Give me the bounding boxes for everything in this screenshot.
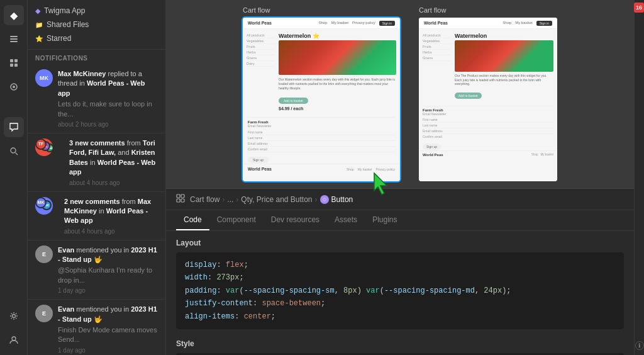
notification-item[interactable]: TF FL KB 3 new comments from Tori Ford, … bbox=[28, 133, 165, 192]
right-preview-form-item: Last name bbox=[423, 123, 553, 128]
layout-section: Layout display: flex; width: 273px; padd… bbox=[176, 239, 624, 329]
twigma-menu-item[interactable]: ◆ Twigma App bbox=[35, 4, 158, 18]
style-section-title: Style bbox=[176, 339, 624, 348]
figma-icon[interactable]: ◆ bbox=[4, 5, 24, 25]
svg-line-10 bbox=[15, 153, 18, 155]
right-preview-form-item: Email address bbox=[423, 128, 553, 134]
right-preview-sidebar-item: Herbs bbox=[423, 50, 451, 55]
right-preview-newsletter-subtitle: Email Newsletter bbox=[423, 112, 553, 116]
right-preview-nav: World Peas Shop My basket Sign in bbox=[419, 18, 557, 29]
preview-form: First name Last name Email address Confi… bbox=[248, 130, 395, 152]
notif-time: 1 day ago bbox=[58, 287, 158, 294]
svg-point-8 bbox=[13, 86, 15, 88]
tab-assets[interactable]: Assets bbox=[327, 210, 365, 230]
preview-newsletter-section: Farm Fresh Email Newsletter First name L… bbox=[243, 117, 400, 164]
layout-section-title: Layout bbox=[176, 239, 624, 247]
notif-content: Evan mentioned you in 2023 H1 - Stand up… bbox=[58, 305, 158, 354]
preview-footer-links: Shop My basket Privacy policy bbox=[347, 167, 395, 171]
info-icon-button[interactable]: ℹ bbox=[635, 341, 644, 350]
right-preview-newsletter-section: Farm Fresh Email Newsletter First name L… bbox=[419, 106, 557, 150]
layers-icon[interactable] bbox=[4, 29, 24, 49]
preview-sidebar-item: All products bbox=[247, 33, 275, 38]
breadcrumb-cart-flow[interactable]: Cart flow bbox=[190, 195, 219, 204]
right-preview-nav-btn: Sign in bbox=[536, 21, 552, 26]
right-preview-signup-btn: Sign up bbox=[423, 144, 441, 150]
preview-footer-link: Privacy policy bbox=[375, 167, 395, 171]
avatar: E bbox=[35, 305, 53, 322]
avatar: TF FL KB bbox=[35, 138, 53, 156]
notification-item[interactable]: MK Max McKinney replied to a thread in W… bbox=[28, 64, 165, 133]
preview-sidebar-item: Fruits bbox=[247, 44, 275, 50]
component-icon[interactable] bbox=[4, 53, 24, 73]
right-preview-main: Watermelon Our The Product section makes… bbox=[455, 33, 553, 99]
preview-product-title: Watermelon ⭐ bbox=[279, 33, 396, 39]
preview-add-btn: Add to basket bbox=[279, 98, 308, 104]
svg-point-11 bbox=[12, 315, 15, 318]
notifications-panel: ◆ Twigma App 📁 Shared Files ⭐ Starred NO… bbox=[28, 0, 166, 355]
breadcrumb-qty-price[interactable]: Qty, Price and Button bbox=[241, 195, 312, 204]
notif-text: 3 new comments from Tori Ford, Fifi Law,… bbox=[69, 138, 158, 178]
svg-rect-4 bbox=[14, 59, 18, 62]
left-preview-content: World Peas Shop My basket Privacy policy… bbox=[243, 18, 400, 181]
notification-item[interactable]: MK MK 2 new comments from Max McKinney i… bbox=[28, 192, 165, 240]
user-icon[interactable] bbox=[4, 330, 24, 350]
svg-rect-5 bbox=[10, 64, 13, 67]
twigma-icon: ◆ bbox=[35, 7, 40, 15]
right-preview-frame[interactable]: World Peas Shop My basket Sign in All pr… bbox=[419, 18, 557, 181]
layout-code-block: display: flex; width: 273px; padding: va… bbox=[176, 252, 624, 329]
notification-item[interactable]: E Evan mentioned you in 2023 H1 - Stand … bbox=[28, 300, 165, 355]
preview-nav-logo: World Peas bbox=[248, 21, 272, 25]
notif-content: Max McKinney replied to a thread in Worl… bbox=[58, 69, 158, 128]
right-cart-preview: Cart flow World Peas Shop My basket Sign… bbox=[419, 6, 557, 181]
right-preview-footer-link: Shop bbox=[531, 153, 538, 156]
shared-files-icon: 📁 bbox=[35, 21, 43, 28]
tab-dev-resources[interactable]: Dev resources bbox=[264, 210, 327, 230]
breadcrumb-current-label: Button bbox=[331, 195, 353, 204]
code-line-justify: justify-content: space-between; bbox=[185, 297, 615, 310]
preview-newsletter: Farm Fresh Email Newsletter First name L… bbox=[248, 117, 395, 164]
notif-preview: Finish Dev Mode camera moves Send... bbox=[58, 325, 158, 345]
right-preview-nav-logo: World Peas bbox=[424, 21, 448, 25]
starred-menu-item[interactable]: ⭐ Starred bbox=[35, 31, 158, 45]
preview-form-item: First name bbox=[248, 130, 395, 135]
shared-files-menu-item[interactable]: 📁 Shared Files bbox=[35, 18, 158, 31]
preview-footer: World Peas Shop My basket Privacy policy bbox=[243, 164, 400, 174]
tab-code[interactable]: Code bbox=[176, 210, 209, 230]
plugin-icon[interactable] bbox=[4, 77, 24, 97]
right-preview-sidebar-item: All products bbox=[423, 33, 451, 38]
preview-footer-link: Shop bbox=[347, 167, 354, 171]
settings-icon[interactable] bbox=[4, 306, 24, 326]
right-preview-sidebar: All products Vegetables Fruits Herbs Gra… bbox=[423, 33, 451, 99]
preview-main: Watermelon ⭐ Our Watermelon section make… bbox=[279, 33, 396, 111]
breadcrumb-ellipsis[interactable]: ... bbox=[227, 195, 233, 204]
code-line-display: display: flex; bbox=[185, 259, 615, 271]
dev-panel: Cart flow › ... › Qty, Price and Button … bbox=[166, 188, 634, 355]
preview-form-item: Confirm email bbox=[248, 147, 395, 152]
chat-icon[interactable] bbox=[4, 117, 24, 137]
preview-signup-btn: Sign up bbox=[248, 157, 269, 163]
notification-item[interactable]: E Evan mentioned you in 2023 H1 - Stand … bbox=[28, 240, 165, 300]
starred-label: Starred bbox=[47, 34, 71, 43]
preview-nav-items: Shop My basket Privacy policy Sign in bbox=[319, 21, 395, 26]
right-preview-footer: World Peas Shop My basket bbox=[419, 150, 557, 159]
notif-text: Evan mentioned you in 2023 H1 - Stand up… bbox=[58, 245, 158, 265]
dev-content: Layout display: flex; width: 273px; padd… bbox=[166, 231, 634, 355]
notif-text: Evan mentioned you in 2023 H1 - Stand up… bbox=[58, 305, 158, 324]
code-line-width: width: 273px; bbox=[185, 271, 615, 284]
tab-plugins[interactable]: Plugins bbox=[365, 210, 404, 230]
preview-sidebar-item: Grains bbox=[247, 55, 275, 61]
right-preview-add-btn: Add to basket bbox=[455, 93, 482, 99]
search-icon[interactable] bbox=[4, 141, 24, 161]
code-line-padding: padding: var(--spacing-spacing-sm, 8px) … bbox=[185, 285, 615, 297]
right-preview-form-item: Confirm email bbox=[423, 134, 553, 139]
right-preview-product-title: Watermelon bbox=[455, 33, 553, 39]
left-preview-frame[interactable]: World Peas Shop My basket Privacy policy… bbox=[243, 18, 400, 181]
right-preview-footer-links: Shop My basket bbox=[531, 153, 553, 156]
right-preview-form-item: First name bbox=[423, 117, 553, 123]
svg-point-9 bbox=[11, 148, 16, 153]
tab-component[interactable]: Component bbox=[209, 210, 264, 230]
right-preview-nav-item: Shop bbox=[502, 21, 511, 26]
preview-footer-logo: World Peas bbox=[248, 167, 272, 171]
notif-preview: Lets do it, make sure to loop in the... bbox=[58, 99, 158, 119]
left-cart-preview: Cart flow World Peas Shop My basket Priv… bbox=[243, 6, 400, 181]
